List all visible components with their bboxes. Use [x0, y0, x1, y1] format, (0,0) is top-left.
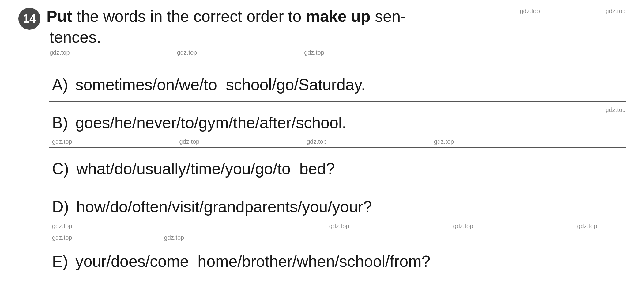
watermark: gdz.top: [164, 234, 184, 241]
task-number: 14: [18, 8, 40, 30]
watermark: gdz.top: [177, 49, 197, 56]
watermark: gdz.top: [304, 49, 324, 56]
sentence-e: E) your/does/come home/brother/when/scho…: [49, 242, 626, 277]
watermark: gdz.top: [453, 223, 473, 230]
instruction-line2: tences.: [50, 28, 101, 46]
divider-c: [49, 186, 626, 186]
task-instruction-line2: tences.: [47, 27, 626, 48]
task-header: 14 gdz.top gdz.top Put the words in the …: [18, 6, 626, 56]
sentence-b-label: B): [52, 114, 68, 132]
divider-b: [49, 147, 626, 148]
watermark: gdz.top: [179, 138, 200, 145]
watermark: gdz.top: [577, 223, 597, 230]
divider-a: [49, 101, 626, 102]
sentence-a-content: sometimes/on/we/to school/go/Saturday.: [75, 76, 365, 94]
instruction-word-make: make: [306, 7, 347, 25]
watermarks-row-d: gdz.top gdz.top gdz.top gdz.top: [49, 222, 600, 230]
instruction-text-1: the words in the correct order to: [77, 7, 306, 25]
instruction-text-3: sen-: [375, 7, 406, 25]
sentence-b-content: goes/he/never/to/gym/the/after/school.: [75, 114, 346, 132]
sentence-d-text: D) how/do/often/visit/grandparents/you/y…: [49, 187, 626, 222]
watermark: gdz.top: [605, 8, 626, 15]
sentence-a-label: A): [52, 76, 68, 94]
watermark: gdz.top: [434, 138, 454, 145]
instruction-word-put: Put: [47, 7, 72, 25]
watermark: gdz.top: [520, 8, 540, 15]
sentence-c-label: C): [52, 160, 69, 178]
divider-d: [49, 232, 626, 232]
sentence-d: D) how/do/often/visit/grandparents/you/y…: [49, 187, 626, 222]
watermark: gdz.top: [50, 49, 70, 56]
watermark: gdz.top: [307, 138, 327, 145]
sentence-b: gdz.top B) goes/he/never/to/gym/the/afte…: [49, 103, 626, 138]
watermarks-row-e-top: gdz.top gdz.top: [49, 234, 626, 242]
watermark: gdz.top: [52, 223, 72, 230]
instruction-word-up: up: [351, 7, 371, 25]
sentence-a-text: A) sometimes/on/we/to school/go/Saturday…: [49, 65, 626, 100]
sentence-e-text: E) your/does/come home/brother/when/scho…: [49, 242, 626, 277]
watermark: gdz.top: [329, 223, 349, 230]
watermark: gdz.top: [52, 234, 72, 241]
sentences-container: A) sometimes/on/we/to school/go/Saturday…: [49, 65, 626, 276]
sentence-d-label: D): [52, 198, 69, 216]
sentence-d-content: how/do/often/visit/grandparents/you/your…: [76, 198, 372, 216]
sentence-c: C) what/do/usually/time/you/go/to bed?: [49, 149, 626, 184]
watermarks-row-bc: gdz.top gdz.top gdz.top gdz.top: [49, 138, 626, 146]
sentence-c-content: what/do/usually/time/you/go/to bed?: [76, 160, 335, 178]
sentence-c-text: C) what/do/usually/time/you/go/to bed?: [49, 149, 626, 184]
sentence-e-content: your/does/come home/brother/when/school/…: [75, 252, 430, 270]
sentence-b-text: B) goes/he/never/to/gym/the/after/school…: [49, 103, 626, 138]
sentence-e-label: E): [52, 252, 68, 270]
watermark: gdz.top: [52, 138, 72, 145]
sentence-a: A) sometimes/on/we/to school/go/Saturday…: [49, 65, 626, 100]
watermark: gdz.top: [605, 106, 626, 113]
